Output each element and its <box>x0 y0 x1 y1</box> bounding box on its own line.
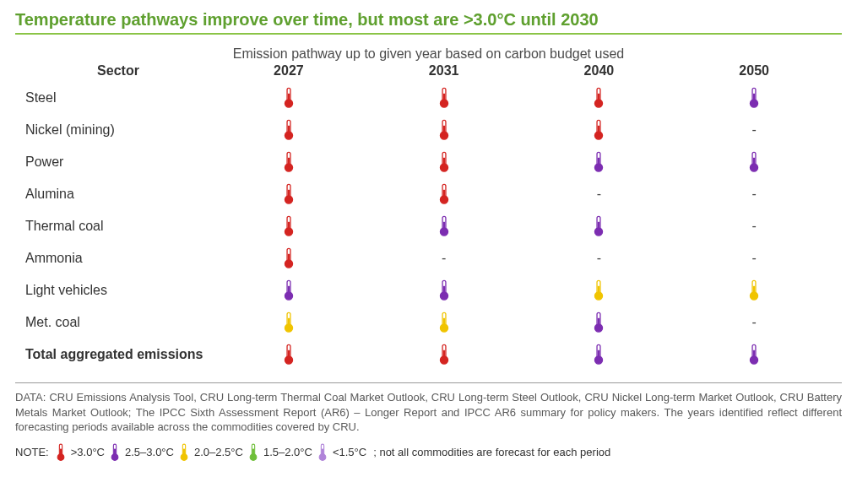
cell-thermo <box>366 114 522 146</box>
cell-thermo <box>211 306 366 339</box>
thermometer-icon <box>593 154 605 168</box>
legend-text: 2.0–2.5°C <box>194 446 243 458</box>
page-title: Temperature pathways improve over time, … <box>15 10 842 30</box>
cell-dash: - <box>676 310 832 335</box>
thermometer-icon <box>748 154 760 168</box>
svg-rect-98 <box>322 448 323 456</box>
thermometer-icon <box>748 282 760 296</box>
legend-swatch <box>110 443 120 462</box>
cell-thermo <box>366 274 522 306</box>
svg-rect-26 <box>442 158 444 166</box>
thermometer-icon <box>593 282 605 296</box>
svg-rect-83 <box>753 350 755 359</box>
thermometer-icon <box>283 186 295 200</box>
cell-dash: - <box>522 182 677 207</box>
svg-rect-29 <box>598 158 599 166</box>
thermometer-icon <box>438 282 450 296</box>
note-tail: ; not all commodities are forecast for e… <box>373 446 610 458</box>
cell-thermo <box>211 146 366 178</box>
svg-rect-92 <box>183 448 185 456</box>
svg-rect-44 <box>442 222 444 230</box>
svg-rect-23 <box>288 158 290 166</box>
cell-thermo <box>522 339 677 371</box>
cell-thermo <box>366 306 522 339</box>
svg-rect-41 <box>288 222 290 230</box>
thermometer-icon <box>283 314 295 328</box>
row-label: Thermal coal <box>25 214 211 239</box>
svg-rect-32 <box>753 158 755 166</box>
note-label: NOTE: <box>15 446 49 458</box>
cell-thermo <box>366 146 522 178</box>
row-label: Power <box>25 149 211 175</box>
cell-dash: - <box>522 246 677 271</box>
row-label: Alumina <box>25 182 211 207</box>
svg-rect-20 <box>598 126 599 134</box>
svg-rect-59 <box>598 286 599 295</box>
svg-rect-11 <box>753 94 755 102</box>
cell-thermo <box>676 339 832 371</box>
thermometer-icon <box>593 89 605 104</box>
cell-thermo <box>676 146 832 178</box>
cell-thermo <box>366 82 522 114</box>
cell-thermo <box>522 210 677 242</box>
row-label: Light vehicles <box>25 278 211 303</box>
thermometer-icon <box>748 89 760 104</box>
cell-thermo <box>366 178 522 210</box>
svg-rect-74 <box>288 350 290 359</box>
thermometer-icon <box>283 218 295 232</box>
column-header-2031: 2031 <box>366 63 522 82</box>
data-sources: DATA: CRU Emissions Analysis Tool, CRU L… <box>15 390 842 435</box>
svg-rect-38 <box>442 190 444 198</box>
column-header-2027: 2027 <box>211 63 366 82</box>
cell-thermo <box>676 274 832 306</box>
thermometer-icon <box>438 89 450 104</box>
thermometer-icon <box>283 154 295 168</box>
cell-dash: - <box>676 117 832 143</box>
title-underline <box>15 33 842 35</box>
legend-swatch <box>317 443 328 462</box>
cell-dash: - <box>676 214 832 239</box>
cell-thermo <box>211 82 366 114</box>
svg-rect-71 <box>598 318 599 327</box>
svg-rect-53 <box>288 286 290 295</box>
svg-rect-2 <box>288 94 290 102</box>
cell-thermo <box>211 210 366 242</box>
cell-thermo <box>211 274 366 306</box>
cell-thermo <box>522 306 677 339</box>
subtitle: Emission pathway up to given year based … <box>25 46 832 62</box>
cell-thermo <box>522 114 677 146</box>
legend-text: 2.5–3.0°C <box>125 446 174 458</box>
thermometer-icon <box>748 346 760 360</box>
row-label: Nickel (mining) <box>25 117 211 143</box>
thermometer-icon <box>593 346 605 360</box>
column-header-2050: 2050 <box>676 63 832 82</box>
svg-rect-65 <box>288 318 290 327</box>
legend-text: <1.5°C <box>333 446 366 458</box>
svg-rect-89 <box>114 448 116 456</box>
thermometer-icon <box>283 282 295 296</box>
svg-rect-68 <box>442 318 444 327</box>
legend-text: >3.0°C <box>71 446 105 458</box>
svg-rect-77 <box>442 350 444 359</box>
row-label: Total aggregated emissions <box>25 342 211 367</box>
svg-rect-5 <box>442 94 444 102</box>
thermometer-icon <box>438 218 450 232</box>
thermometer-icon <box>593 314 605 328</box>
cell-thermo <box>211 114 366 146</box>
thermometer-icon <box>283 346 295 360</box>
legend-swatch <box>248 443 258 462</box>
cell-dash: - <box>676 182 832 207</box>
svg-rect-80 <box>598 350 599 359</box>
thermometer-icon <box>438 314 450 328</box>
thermometer-icon <box>283 122 295 136</box>
row-label: Met. coal <box>25 310 211 335</box>
footer: DATA: CRU Emissions Analysis Tool, CRU L… <box>15 382 842 462</box>
svg-rect-35 <box>288 190 290 198</box>
cell-thermo <box>211 242 366 274</box>
legend-line: NOTE: >3.0°C 2.5–3.0°C 2.0–2.5°C 1.5–2.0… <box>15 443 842 462</box>
svg-rect-86 <box>60 448 62 456</box>
svg-rect-17 <box>442 126 444 134</box>
row-label: Ammonia <box>25 246 211 271</box>
cell-thermo <box>366 339 522 371</box>
cell-thermo <box>211 178 366 210</box>
